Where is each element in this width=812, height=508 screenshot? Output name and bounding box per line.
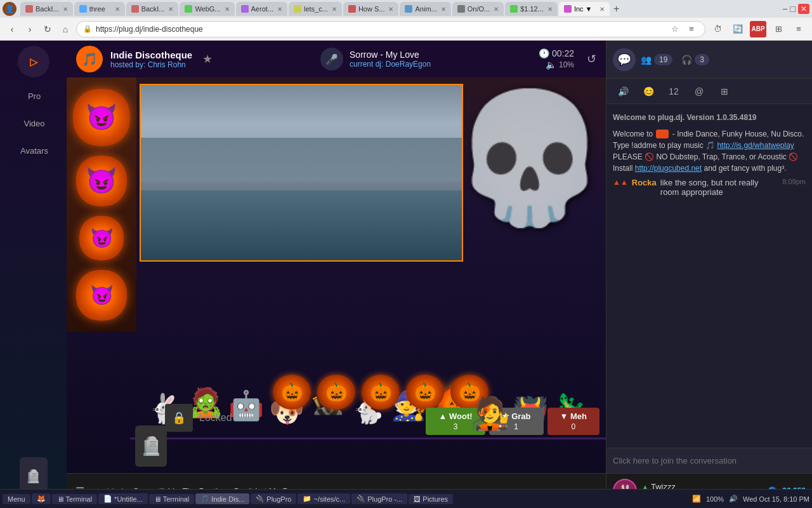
tab-how[interactable]: How S... ✕ bbox=[343, 2, 399, 16]
volume-icon: 🔈 bbox=[546, 60, 556, 70]
tab-back1[interactable]: BackI... ✕ bbox=[20, 2, 73, 16]
chat-panel: 💬 👥 19 🎧 3 🔊 😊 12 @ ⊞ Welcome to plug.dj… bbox=[606, 41, 812, 508]
chat-message-row: ▲▲ Rocka like the song, but not really r… bbox=[613, 178, 806, 197]
volume-taskbar-icon: 🔊 bbox=[729, 495, 738, 503]
pumpkin-face-3 bbox=[79, 216, 124, 260]
tab-close-icon[interactable]: ✕ bbox=[225, 6, 230, 13]
system-version-message: Welcome to plug.dj. Version 1.0.35.4819 bbox=[613, 110, 806, 124]
tab-favicon bbox=[131, 5, 139, 13]
chat-notify-button[interactable]: 12 bbox=[662, 80, 685, 103]
song-info: Sorrow - My Love current dj: DoeRayEgon bbox=[350, 50, 431, 69]
plug-logo[interactable]: ▷ bbox=[18, 46, 49, 77]
tab-anim[interactable]: Anim... ✕ bbox=[400, 2, 450, 16]
tab-three[interactable]: three ✕ bbox=[74, 2, 125, 16]
taskbar-item-term1[interactable]: 🖥 Terminal bbox=[52, 494, 98, 504]
pumpkin-face-4 bbox=[76, 270, 127, 321]
room-host: hosted by: Chris Rohn bbox=[110, 60, 192, 69]
chat-input[interactable] bbox=[613, 456, 806, 465]
address-text: https://plug.dj/indie-discotheque bbox=[96, 25, 203, 34]
home-button[interactable]: ⌂ bbox=[58, 22, 72, 36]
tab-favicon bbox=[564, 5, 572, 13]
refresh-icon-button[interactable]: 🔄 bbox=[730, 21, 746, 37]
address-icons: ☆ ≡ bbox=[668, 22, 698, 36]
chat-layout-button[interactable]: ⊞ bbox=[713, 80, 736, 103]
chat-toggle-button[interactable]: 💬 bbox=[613, 48, 636, 71]
meh-count: 0 bbox=[571, 422, 575, 431]
taskbar-item-plugpro2[interactable]: 🔌 PlugPro -... bbox=[351, 493, 407, 504]
taskbar-item-sites[interactable]: 📁 ~/sites/c... bbox=[298, 493, 350, 504]
forward-button[interactable]: › bbox=[23, 22, 37, 36]
meh-label: ▼ Meh bbox=[560, 411, 587, 421]
tab-close-icon[interactable]: ✕ bbox=[599, 6, 605, 13]
taskbar-item-untitled[interactable]: 📄 *Untitle... bbox=[98, 493, 148, 504]
sidebar-item-avatars[interactable]: Avatars bbox=[0, 137, 67, 164]
volume-row: 🔈 10% bbox=[546, 60, 574, 70]
pumpkin-decoration bbox=[67, 77, 136, 331]
chat-emoji-button[interactable]: 😊 bbox=[637, 80, 660, 103]
tab-onoff[interactable]: On/O... ✕ bbox=[452, 2, 504, 16]
browser-profile-icon[interactable]: 👤 bbox=[3, 2, 16, 16]
close-button[interactable]: ✕ bbox=[798, 4, 809, 14]
tab-close-icon[interactable]: ✕ bbox=[547, 6, 553, 13]
taskbar-start[interactable]: Menu bbox=[3, 494, 30, 504]
minimize-button[interactable]: − bbox=[782, 4, 787, 14]
bookmark-star-button[interactable]: ☆ bbox=[668, 22, 682, 36]
video-scene bbox=[141, 85, 462, 260]
song-dj: current dj: DoeRayEgon bbox=[350, 60, 431, 69]
taskbar-item-term2[interactable]: 🖥 Terminal bbox=[149, 494, 195, 504]
favorite-button[interactable]: ★ bbox=[202, 52, 213, 66]
tab-price[interactable]: $1.12... ✕ bbox=[505, 2, 558, 16]
tab-close-icon[interactable]: ✕ bbox=[441, 6, 446, 13]
chat-input-area[interactable] bbox=[606, 448, 812, 473]
tab-back2[interactable]: BackI... ✕ bbox=[126, 2, 179, 16]
taskbar-item-indie[interactable]: 🎵 Indie Dis... bbox=[195, 493, 249, 504]
sidebar-item-pro[interactable]: Pro bbox=[0, 83, 67, 110]
reader-button[interactable]: ≡ bbox=[684, 22, 698, 36]
new-tab-button[interactable]: + bbox=[613, 3, 619, 15]
dj-booth: 🎃 🎃 🎃 🎃 🎃 bbox=[317, 375, 444, 438]
sidebar-item-video[interactable]: Video bbox=[0, 110, 67, 137]
tab-close-icon[interactable]: ✕ bbox=[168, 6, 173, 13]
video-placeholder bbox=[141, 85, 462, 260]
queue-slot[interactable]: 🪦 bbox=[135, 425, 167, 467]
tab-inc[interactable]: Inc ▼ ✕ bbox=[559, 2, 610, 16]
tab-bar: 👤 BackI... ✕ three ✕ BackI... ✕ WebG... … bbox=[0, 0, 812, 18]
taskbar-item-plugpro1[interactable]: 🔌 PlugPro bbox=[251, 493, 296, 504]
maximize-button[interactable]: □ bbox=[790, 4, 796, 14]
chat-msg-text: like the song, but not really room appro… bbox=[660, 178, 779, 197]
tab-aerot[interactable]: Aerot... ✕ bbox=[236, 2, 287, 16]
tab-close-icon[interactable]: ✕ bbox=[388, 6, 393, 13]
meh-button[interactable]: ▼ Meh 0 bbox=[547, 408, 599, 435]
dj-icon: 🎧 bbox=[681, 55, 692, 65]
room-icon: 🎵 bbox=[76, 46, 103, 72]
tab-webg[interactable]: WebG... ✕ bbox=[180, 2, 234, 16]
back-button[interactable]: ‹ bbox=[5, 22, 19, 36]
taskbar-item-firefox[interactable]: 🦊 bbox=[32, 493, 51, 504]
extension-button[interactable]: ⊞ bbox=[770, 21, 787, 37]
tab-close-icon[interactable]: ✕ bbox=[115, 6, 120, 13]
lock-area: 🔒 Locked bbox=[165, 404, 232, 432]
tab-close-icon[interactable]: ✕ bbox=[332, 6, 337, 13]
chat-toolbar: 🔊 😊 12 @ ⊞ bbox=[606, 79, 812, 104]
taskbar-item-pictures[interactable]: 🖼 Pictures bbox=[409, 494, 453, 504]
tab-close-icon[interactable]: ✕ bbox=[494, 6, 499, 13]
adblock-button[interactable]: ABP bbox=[750, 21, 766, 37]
song-section: 🎤 Sorrow - My Love current dj: DoeRayEgo… bbox=[220, 48, 531, 70]
tab-close-icon[interactable]: ✕ bbox=[63, 6, 68, 13]
skull-icon: 💀 bbox=[450, 84, 606, 233]
chat-sound-button[interactable]: 🔊 bbox=[612, 80, 634, 103]
pumpkin-small-2: 🎃 bbox=[317, 375, 355, 410]
chat-user-rocka[interactable]: Rocka bbox=[632, 178, 657, 197]
app-header: 🎵 Indie Discotheque hosted by: Chris Roh… bbox=[67, 41, 606, 77]
menu-button[interactable]: ≡ bbox=[790, 21, 807, 37]
reload-button[interactable]: ↻ bbox=[41, 22, 55, 36]
address-box[interactable]: 🔒 https://plug.dj/indie-discotheque ☆ ≡ bbox=[76, 21, 705, 37]
avatar-dj: 🧑‍🎤 bbox=[471, 381, 509, 432]
time-section: 🕐 00:22 🔈 10% bbox=[539, 48, 574, 70]
tab-lets[interactable]: lets_c... ✕ bbox=[289, 2, 342, 16]
history-button[interactable]: ⏱ bbox=[709, 21, 726, 37]
tab-close-icon[interactable]: ✕ bbox=[277, 6, 282, 13]
chat-mention-button[interactable]: @ bbox=[688, 80, 710, 103]
history-button-header[interactable]: ↺ bbox=[587, 52, 596, 66]
lock-queue-button[interactable]: 🔒 bbox=[165, 404, 193, 432]
